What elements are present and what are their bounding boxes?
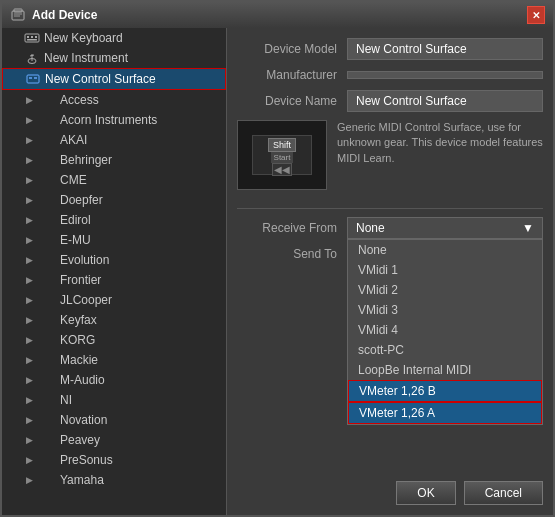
dropdown-option[interactable]: LoopBe Internal MIDI: [348, 360, 542, 380]
dropdown-option[interactable]: VMidi 1: [348, 260, 542, 280]
tree-item-behringer[interactable]: ▶Behringer: [2, 150, 226, 170]
tree-item-label: PreSonus: [60, 453, 113, 467]
tree-item-yamaha[interactable]: ▶Yamaha: [2, 470, 226, 490]
tree-item-label: Evolution: [60, 253, 109, 267]
device-name-label: Device Name: [237, 94, 347, 108]
tree-arrow-icon: ▶: [26, 295, 36, 305]
add-device-window: Add Device ✕ New KeyboardNew InstrumentN…: [0, 0, 555, 517]
tree-item-ni[interactable]: ▶NI: [2, 390, 226, 410]
tree-item-icon-folder: [40, 254, 56, 266]
tree-arrow-icon: ▶: [26, 235, 36, 245]
tree-arrow-icon: ▶: [26, 355, 36, 365]
svg-line-11: [30, 55, 34, 56]
device-description: Generic MIDI Control Surface, use for un…: [337, 120, 543, 166]
tree-item-label: Yamaha: [60, 473, 104, 487]
cancel-button[interactable]: Cancel: [464, 481, 543, 505]
tree-item-icon-instrument: [24, 52, 40, 64]
svg-rect-8: [27, 39, 37, 41]
tree-item-jlcooper[interactable]: ▶JLCooper: [2, 290, 226, 310]
tree-item-access[interactable]: ▶Access: [2, 90, 226, 110]
tree-item-mackie[interactable]: ▶Mackie: [2, 350, 226, 370]
shift-label: Shift: [268, 138, 296, 152]
dropdown-selected: None: [356, 221, 385, 235]
tree-item-icon-folder: [40, 294, 56, 306]
tree-arrow-icon: ▶: [26, 335, 36, 345]
dropdown-option[interactable]: VMidi 3: [348, 300, 542, 320]
tree-item-label: Acorn Instruments: [60, 113, 157, 127]
tree-item-korg[interactable]: ▶KORG: [2, 330, 226, 350]
tree-item-icon-folder: [40, 354, 56, 366]
start-label: Start: [271, 152, 294, 163]
device-model-label: Device Model: [237, 42, 347, 56]
dropdown-option[interactable]: VMidi 2: [348, 280, 542, 300]
dropdown-option[interactable]: VMeter 1,26 A: [348, 402, 542, 424]
tree-arrow-icon: ▶: [26, 255, 36, 265]
tree-item-icon-folder: [40, 214, 56, 226]
ok-button[interactable]: OK: [396, 481, 455, 505]
tree-arrow-icon: ▶: [26, 415, 36, 425]
svg-rect-7: [35, 36, 37, 38]
tree-item-emu[interactable]: ▶E-MU: [2, 230, 226, 250]
tree-item-presonus[interactable]: ▶PreSonus: [2, 450, 226, 470]
tree-item-label: CME: [60, 173, 87, 187]
tree-item-new-control-surface[interactable]: New Control Surface: [2, 68, 226, 90]
tree-item-icon-folder: [40, 174, 56, 186]
tree-arrow-icon: ▶: [26, 135, 36, 145]
tree-item-label: Mackie: [60, 353, 98, 367]
close-button[interactable]: ✕: [527, 6, 545, 24]
svg-rect-5: [27, 36, 29, 38]
tree-item-new-keyboard[interactable]: New Keyboard: [2, 28, 226, 48]
tree-item-icon-keyboard: [24, 32, 40, 44]
receive-from-row: Receive From None ▼ NoneVMidi 1VMidi 2VM…: [237, 217, 543, 239]
device-model-row: Device Model New Control Surface: [237, 38, 543, 60]
tree-arrow-icon: ▶: [26, 315, 36, 325]
tree-item-frontier[interactable]: ▶Frontier: [2, 270, 226, 290]
tree-item-acorn-instruments[interactable]: ▶Acorn Instruments: [2, 110, 226, 130]
tree-item-icon-folder: [40, 374, 56, 386]
tree-item-edirol[interactable]: ▶Edirol: [2, 210, 226, 230]
tree-item-evolution[interactable]: ▶Evolution: [2, 250, 226, 270]
device-img-block: Shift Start ◀◀: [252, 135, 312, 175]
device-details: Device Model New Control Surface Manufac…: [227, 28, 553, 515]
dropdown-option[interactable]: None: [348, 240, 542, 260]
tree-arrow-icon: ▶: [26, 195, 36, 205]
tree-item-icon-folder: [40, 334, 56, 346]
tree-arrow-icon: ▶: [26, 275, 36, 285]
tree-arrow-icon: ▶: [26, 155, 36, 165]
tree-item-icon-surface: [25, 73, 41, 85]
tree-item-cme[interactable]: ▶CME: [2, 170, 226, 190]
tree-item-label: AKAI: [60, 133, 87, 147]
tree-item-keyfax[interactable]: ▶Keyfax: [2, 310, 226, 330]
dropdown-button[interactable]: None ▼: [347, 217, 543, 239]
dropdown-option[interactable]: VMeter 1,26 B: [348, 380, 542, 402]
device-model-value: New Control Surface: [347, 38, 543, 60]
tree-item-akai[interactable]: ▶AKAI: [2, 130, 226, 150]
tree-item-new-instrument[interactable]: New Instrument: [2, 48, 226, 68]
dropdown-option[interactable]: VMidi 4: [348, 320, 542, 340]
tree-item-novation[interactable]: ▶Novation: [2, 410, 226, 430]
tree-item-label: M-Audio: [60, 373, 105, 387]
tree-item-peavey[interactable]: ▶Peavey: [2, 430, 226, 450]
tree-item-icon-folder: [40, 134, 56, 146]
svg-rect-13: [29, 77, 32, 79]
title-bar: Add Device ✕: [2, 2, 553, 28]
tree-arrow-icon: ▶: [26, 455, 36, 465]
tree-item-m-audio[interactable]: ▶M-Audio: [2, 370, 226, 390]
tree-item-icon-folder: [40, 434, 56, 446]
tree-item-label: New Keyboard: [44, 31, 123, 45]
tree-item-doepfer[interactable]: ▶Doepfer: [2, 190, 226, 210]
title-bar-left: Add Device: [10, 7, 97, 23]
tree-arrow-icon: ▶: [26, 435, 36, 445]
tree-item-label: KORG: [60, 333, 95, 347]
tree-arrow-icon: ▶: [26, 215, 36, 225]
device-name-field[interactable]: New Control Surface: [347, 90, 543, 112]
tree-item-label: E-MU: [60, 233, 91, 247]
tree-arrow-icon: ▶: [26, 375, 36, 385]
tree-item-label: Access: [60, 93, 99, 107]
svg-rect-14: [34, 77, 37, 79]
tree-item-label: JLCooper: [60, 293, 112, 307]
receive-from-dropdown[interactable]: None ▼ NoneVMidi 1VMidi 2VMidi 3VMidi 4s…: [347, 217, 543, 239]
bottom-buttons: OK Cancel: [237, 473, 543, 505]
main-content: New KeyboardNew InstrumentNew Control Su…: [2, 28, 553, 515]
dropdown-option[interactable]: scott-PC: [348, 340, 542, 360]
